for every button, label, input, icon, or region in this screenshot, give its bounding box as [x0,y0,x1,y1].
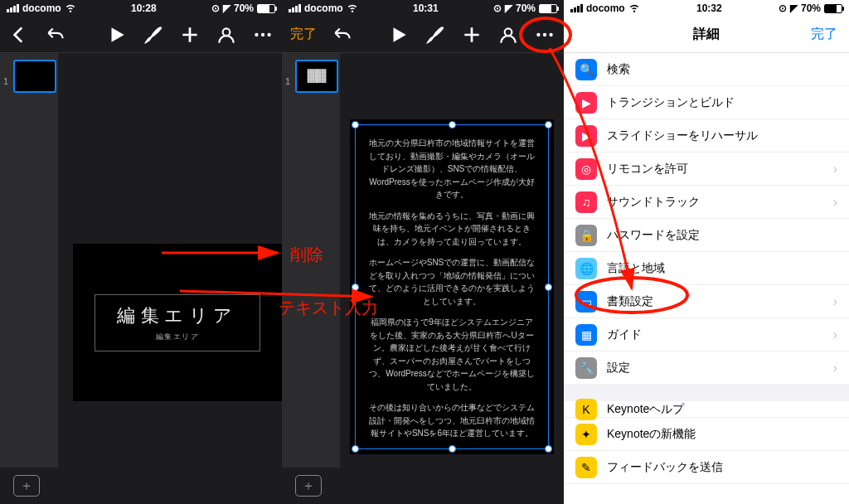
wifi-icon [628,2,640,16]
more-button[interactable] [534,24,555,46]
undo-button[interactable] [45,24,66,46]
annotation-textinput: テキスト入力 [279,297,378,319]
lock-icon: 🔒 [575,225,597,246]
carrier-label: docomo [586,2,625,14]
chevron-right-icon: › [833,327,837,342]
slide-thumbnail[interactable]: 1 ████████████████████████████████ [287,60,335,93]
chevron-right-icon: › [833,195,837,210]
add-button[interactable] [179,24,201,46]
back-button[interactable] [8,24,30,46]
menu-list: 🔍検索 ▶トランジションとビルド ▶スライドショーをリハーサル ◎リモコンを許可… [564,53,849,504]
brush-button[interactable] [424,24,446,46]
menu-guides[interactable]: ▦ガイド› [564,318,849,351]
add-button[interactable] [461,24,483,46]
menu-soundtrack[interactable]: ♫サウンドトラック› [564,186,849,219]
done-button[interactable]: 完了 [811,26,837,43]
menu-settings[interactable]: 🔧設定› [564,351,849,385]
svg-point-2 [261,32,264,36]
wrench-icon: 🔧 [575,357,597,379]
menu-password[interactable]: 🔒パスワードを設定 [564,219,849,252]
nav-icon: ◤ [223,2,230,14]
carrier-label: docomo [304,2,343,14]
collab-button[interactable] [216,24,237,46]
alarm-icon: ⊙ [779,2,787,14]
battery-icon [539,4,557,13]
done-button[interactable]: 完了 [290,26,317,43]
menu-remote[interactable]: ◎リモコンを許可› [564,153,849,186]
text-selection[interactable]: 地元の大分県臼杵市の地域情報サイトを運営しており、動画撮影・編集やカメラ（オール… [355,124,549,449]
battery-pct: 70% [801,2,821,14]
battery-pct: 70% [234,2,254,14]
status-bar: docomo 10:32 ⊙ ◤ 70% [564,0,849,17]
menu-feedback[interactable]: ✎フィードバックを送信 [564,451,849,484]
play-button[interactable] [106,24,128,46]
brush-button[interactable] [143,24,164,46]
signal-icon [289,4,301,12]
annotation-delete: 削除 [290,244,323,266]
toolbar [0,17,282,53]
clock: 10:28 [131,2,157,14]
slide-canvas[interactable]: 地元の大分県臼杵市の地域情報サイトを運営しており、動画撮影・編集やカメラ（オール… [340,53,564,468]
alarm-icon: ⊙ [211,2,220,14]
menu-document-settings[interactable]: ▭書類設定› [564,285,849,318]
wifi-icon [65,2,76,16]
add-slide-button[interactable]: ＋ [295,475,322,497]
bottom-toolbar: ＋ [282,468,564,504]
menu-help[interactable]: KKeynoteヘルプ [564,385,849,418]
alarm-icon: ⊙ [493,2,502,14]
body-text[interactable]: 地元の大分県臼杵市の地域情報サイトを運営しており、動画撮影・編集やカメラ（オール… [367,137,536,437]
carrier-label: docomo [22,2,61,14]
svg-point-4 [505,28,512,36]
slide-sidebar: 1 [0,53,58,468]
nav-icon: ◤ [790,2,798,14]
search-icon: 🔍 [575,59,597,80]
menu-language[interactable]: 🌐言語と地域 [564,252,849,285]
phone-screen-3: docomo 10:32 ⊙ ◤ 70% 詳細 完了 🔍検索 ▶トランジションと… [564,0,849,504]
status-bar: docomo 10:31 ⊙ ◤ 70% [282,0,564,17]
add-slide-button[interactable]: ＋ [13,475,40,497]
clock: 10:32 [696,2,722,14]
rehearse-icon: ▶ [575,125,597,147]
svg-point-6 [543,32,546,36]
slide-canvas[interactable]: 編集エリア 編集エリア [58,53,282,468]
play-button[interactable] [388,24,410,46]
menu-transitions[interactable]: ▶トランジションとビルド [564,86,849,119]
signal-icon [7,4,19,12]
sparkle-icon: ✦ [575,424,597,445]
menu-whatsnew[interactable]: ✦Keynoteの新機能 [564,418,849,451]
nav-icon: ◤ [505,2,512,14]
chevron-right-icon: › [833,294,837,309]
signal-icon [570,4,583,12]
slide-thumbnail[interactable]: 1 [5,60,53,93]
chevron-right-icon: › [833,162,837,177]
wifi-icon [347,2,358,16]
bottom-toolbar: ＋ [0,468,282,504]
transition-icon: ▶ [575,92,597,114]
undo-button[interactable] [332,24,353,46]
collab-button[interactable] [497,24,519,46]
phone-screen-1: docomo 10:28 ⊙ ◤ 70% 1 [0,0,282,504]
globe-icon: 🌐 [575,258,597,279]
remote-icon: ◎ [575,158,597,180]
music-icon: ♫ [575,191,597,213]
menu-search[interactable]: 🔍検索 [564,53,849,86]
battery-icon [257,4,275,13]
battery-icon [824,4,842,13]
clock: 10:31 [413,2,439,14]
svg-point-7 [549,32,552,36]
feedback-icon: ✎ [575,457,597,478]
chevron-right-icon: › [833,361,837,376]
more-button[interactable] [252,24,274,46]
toolbar: 完了 [282,17,564,53]
svg-point-1 [255,32,258,36]
detail-header: 詳細 完了 [564,17,849,53]
menu-rehearse[interactable]: ▶スライドショーをリハーサル [564,119,849,153]
guide-icon: ▦ [575,324,597,346]
svg-point-0 [223,28,230,36]
status-bar: docomo 10:28 ⊙ ◤ 70% [0,0,282,17]
header-title: 詳細 [693,26,720,43]
svg-point-3 [267,32,270,36]
battery-pct: 70% [516,2,536,14]
title-text-box[interactable]: 編集エリア 編集エリア [95,294,260,351]
help-icon: K [575,399,597,420]
